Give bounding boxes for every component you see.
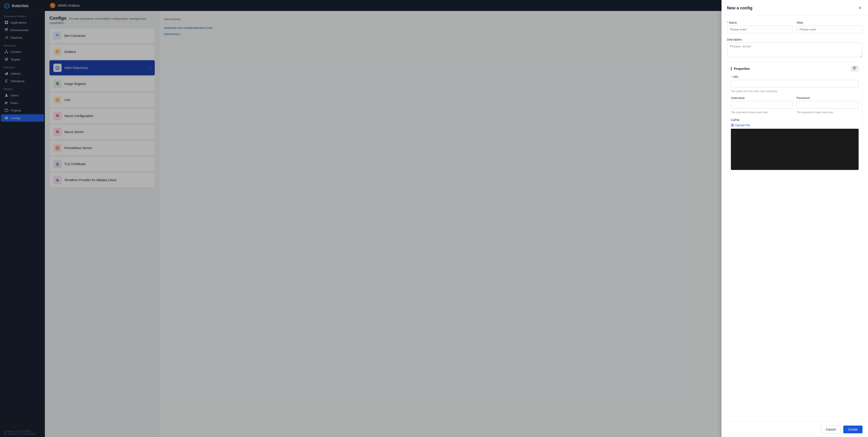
username-group: Username The username of basic auth repo… <box>731 96 793 114</box>
modal-title: New a config <box>727 6 752 10</box>
properties-header: Properties <box>731 66 859 71</box>
url-label: URL <box>731 75 859 79</box>
password-label: Password <box>797 96 859 99</box>
modal-footer: Cancel Create <box>721 421 868 437</box>
username-hint: The username of basic auth repo. <box>731 111 793 114</box>
properties-toggle-button[interactable] <box>851 66 859 71</box>
alias-group: Alias <box>797 21 863 33</box>
username-label: Username <box>731 96 793 99</box>
properties-title: Properties <box>731 67 750 70</box>
alias-label: Alias <box>797 21 863 24</box>
cancel-button[interactable]: Cancel <box>821 426 840 433</box>
password-group: Password The password of basic auth repo… <box>797 96 859 114</box>
description-label: Description <box>727 38 863 41</box>
description-group: Description <box>727 38 863 57</box>
modal-body: Name Alias Description Properties <box>721 16 868 421</box>
password-hint: The password of basic auth repo. <box>797 111 859 114</box>
code-line-number: 1 <box>734 132 735 135</box>
alias-input[interactable] <box>797 26 863 33</box>
code-editor[interactable]: 1 <box>731 129 859 170</box>
name-label: Name <box>727 21 793 24</box>
url-hint: The public url of the helm chart reposit… <box>731 90 859 92</box>
properties-section: Properties URL The public url of the hel… <box>727 62 863 177</box>
description-input[interactable] <box>727 42 863 57</box>
svg-rect-50 <box>853 69 856 69</box>
toggle-icon <box>853 67 857 69</box>
url-group: URL The public url of the helm chart rep… <box>731 75 859 92</box>
upload-icon <box>731 124 734 127</box>
username-input[interactable] <box>731 101 793 109</box>
svg-rect-49 <box>853 68 855 68</box>
username-password-row: Username The username of basic auth repo… <box>731 96 859 114</box>
modal-close-button[interactable]: ✕ <box>857 5 863 11</box>
cafile-section: CaFile Upload File 1 <box>731 118 859 170</box>
create-button[interactable]: Create <box>843 426 863 433</box>
upload-file-link[interactable]: Upload File <box>731 123 859 127</box>
cafile-label: CaFile <box>731 118 859 122</box>
url-input[interactable] <box>731 80 859 87</box>
name-group: Name <box>727 21 793 33</box>
new-config-modal: New a config ✕ Name Alias Description <box>721 0 868 437</box>
svg-rect-48 <box>853 67 857 67</box>
modal-overlay[interactable]: New a config ✕ Name Alias Description <box>0 0 868 437</box>
password-input[interactable] <box>797 101 859 109</box>
name-alias-row: Name Alias <box>727 21 863 33</box>
name-input[interactable] <box>727 26 793 33</box>
modal-header: New a config ✕ <box>721 0 868 16</box>
